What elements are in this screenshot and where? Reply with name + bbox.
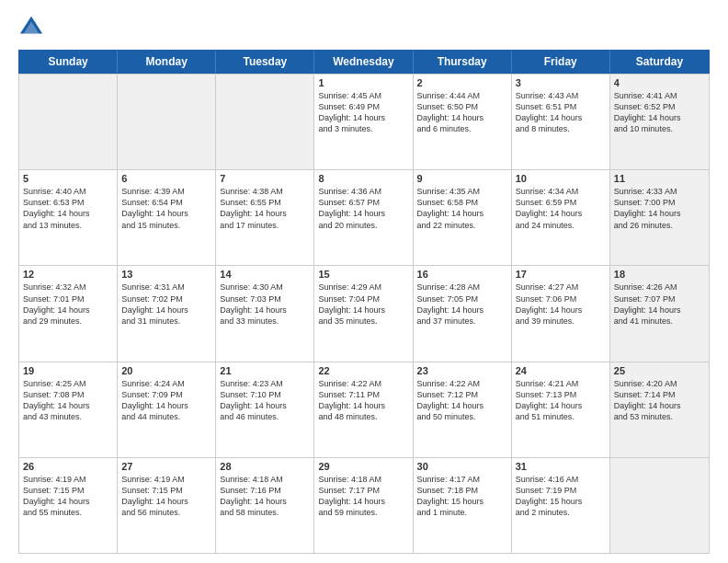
calendar-cell: 25Sunrise: 4:20 AM Sunset: 7:14 PM Dayli… bbox=[610, 362, 709, 457]
day-number: 3 bbox=[516, 77, 606, 88]
day-number: 16 bbox=[417, 269, 507, 280]
cell-info: Sunrise: 4:36 AM Sunset: 6:57 PM Dayligh… bbox=[318, 186, 408, 231]
calendar-header-row: SundayMondayTuesdayWednesdayThursdayFrid… bbox=[18, 50, 710, 74]
cell-info: Sunrise: 4:39 AM Sunset: 6:54 PM Dayligh… bbox=[121, 186, 211, 231]
calendar-cell: 6Sunrise: 4:39 AM Sunset: 6:54 PM Daylig… bbox=[118, 170, 216, 265]
cell-info: Sunrise: 4:18 AM Sunset: 7:17 PM Dayligh… bbox=[318, 474, 408, 519]
calendar: SundayMondayTuesdayWednesdayThursdayFrid… bbox=[18, 50, 710, 554]
cell-info: Sunrise: 4:17 AM Sunset: 7:18 PM Dayligh… bbox=[417, 474, 507, 519]
day-number: 7 bbox=[220, 173, 310, 184]
cell-info: Sunrise: 4:25 AM Sunset: 7:08 PM Dayligh… bbox=[23, 378, 113, 423]
cell-info: Sunrise: 4:34 AM Sunset: 6:59 PM Dayligh… bbox=[516, 186, 606, 231]
calendar-week-row: 19Sunrise: 4:25 AM Sunset: 7:08 PM Dayli… bbox=[19, 362, 709, 457]
calendar-week-row: 12Sunrise: 4:32 AM Sunset: 7:01 PM Dayli… bbox=[19, 265, 709, 361]
day-number: 23 bbox=[417, 365, 507, 376]
day-number: 20 bbox=[121, 365, 211, 376]
day-number: 29 bbox=[318, 461, 408, 472]
calendar-header-day: Sunday bbox=[19, 51, 118, 73]
day-number: 28 bbox=[220, 461, 310, 472]
cell-info: Sunrise: 4:40 AM Sunset: 6:53 PM Dayligh… bbox=[23, 186, 113, 231]
calendar-week-row: 1Sunrise: 4:45 AM Sunset: 6:49 PM Daylig… bbox=[19, 74, 709, 169]
calendar-week-row: 5Sunrise: 4:40 AM Sunset: 6:53 PM Daylig… bbox=[19, 169, 709, 265]
day-number: 5 bbox=[23, 173, 113, 184]
calendar-header-day: Friday bbox=[512, 51, 610, 73]
day-number: 13 bbox=[121, 269, 211, 280]
calendar-cell: 14Sunrise: 4:30 AM Sunset: 7:03 PM Dayli… bbox=[216, 266, 314, 361]
calendar-cell: 5Sunrise: 4:40 AM Sunset: 6:53 PM Daylig… bbox=[19, 170, 118, 265]
page: SundayMondayTuesdayWednesdayThursdayFrid… bbox=[0, 0, 728, 563]
calendar-cell: 15Sunrise: 4:29 AM Sunset: 7:04 PM Dayli… bbox=[314, 266, 413, 361]
day-number: 14 bbox=[220, 269, 310, 280]
calendar-cell: 29Sunrise: 4:18 AM Sunset: 7:17 PM Dayli… bbox=[314, 458, 413, 553]
calendar-cell bbox=[610, 458, 709, 553]
calendar-cell: 4Sunrise: 4:41 AM Sunset: 6:52 PM Daylig… bbox=[610, 75, 709, 169]
day-number: 30 bbox=[417, 461, 507, 472]
cell-info: Sunrise: 4:43 AM Sunset: 6:51 PM Dayligh… bbox=[516, 90, 606, 135]
day-number: 4 bbox=[614, 77, 705, 88]
day-number: 18 bbox=[614, 269, 705, 280]
calendar-cell bbox=[118, 75, 216, 169]
cell-info: Sunrise: 4:30 AM Sunset: 7:03 PM Dayligh… bbox=[220, 282, 310, 327]
calendar-cell: 22Sunrise: 4:22 AM Sunset: 7:11 PM Dayli… bbox=[314, 362, 413, 457]
day-number: 25 bbox=[614, 365, 705, 376]
calendar-cell: 1Sunrise: 4:45 AM Sunset: 6:49 PM Daylig… bbox=[314, 75, 413, 169]
calendar-cell: 31Sunrise: 4:16 AM Sunset: 7:19 PM Dayli… bbox=[512, 458, 610, 553]
calendar-cell: 3Sunrise: 4:43 AM Sunset: 6:51 PM Daylig… bbox=[512, 75, 610, 169]
calendar-header-day: Monday bbox=[118, 51, 216, 73]
cell-info: Sunrise: 4:32 AM Sunset: 7:01 PM Dayligh… bbox=[23, 282, 113, 327]
day-number: 22 bbox=[318, 365, 408, 376]
day-number: 26 bbox=[23, 461, 113, 472]
cell-info: Sunrise: 4:44 AM Sunset: 6:50 PM Dayligh… bbox=[417, 90, 507, 135]
cell-info: Sunrise: 4:23 AM Sunset: 7:10 PM Dayligh… bbox=[220, 378, 310, 423]
calendar-cell: 7Sunrise: 4:38 AM Sunset: 6:55 PM Daylig… bbox=[216, 170, 314, 265]
day-number: 27 bbox=[121, 461, 211, 472]
cell-info: Sunrise: 4:19 AM Sunset: 7:15 PM Dayligh… bbox=[121, 474, 211, 519]
day-number: 10 bbox=[516, 173, 606, 184]
calendar-cell: 18Sunrise: 4:26 AM Sunset: 7:07 PM Dayli… bbox=[610, 266, 709, 361]
cell-info: Sunrise: 4:38 AM Sunset: 6:55 PM Dayligh… bbox=[220, 186, 310, 231]
calendar-cell: 26Sunrise: 4:19 AM Sunset: 7:15 PM Dayli… bbox=[19, 458, 118, 553]
cell-info: Sunrise: 4:22 AM Sunset: 7:12 PM Dayligh… bbox=[417, 378, 507, 423]
day-number: 31 bbox=[516, 461, 606, 472]
calendar-body: 1Sunrise: 4:45 AM Sunset: 6:49 PM Daylig… bbox=[18, 74, 710, 554]
calendar-cell: 2Sunrise: 4:44 AM Sunset: 6:50 PM Daylig… bbox=[414, 75, 512, 169]
cell-info: Sunrise: 4:33 AM Sunset: 7:00 PM Dayligh… bbox=[614, 186, 705, 231]
calendar-cell: 23Sunrise: 4:22 AM Sunset: 7:12 PM Dayli… bbox=[414, 362, 512, 457]
day-number: 11 bbox=[614, 173, 705, 184]
cell-info: Sunrise: 4:31 AM Sunset: 7:02 PM Dayligh… bbox=[121, 282, 211, 327]
cell-info: Sunrise: 4:21 AM Sunset: 7:13 PM Dayligh… bbox=[516, 378, 606, 423]
cell-info: Sunrise: 4:27 AM Sunset: 7:06 PM Dayligh… bbox=[516, 282, 606, 327]
calendar-cell: 10Sunrise: 4:34 AM Sunset: 6:59 PM Dayli… bbox=[512, 170, 610, 265]
calendar-header-day: Tuesday bbox=[216, 51, 314, 73]
cell-info: Sunrise: 4:20 AM Sunset: 7:14 PM Dayligh… bbox=[614, 378, 705, 423]
day-number: 2 bbox=[417, 77, 507, 88]
day-number: 19 bbox=[23, 365, 113, 376]
day-number: 17 bbox=[516, 269, 606, 280]
calendar-week-row: 26Sunrise: 4:19 AM Sunset: 7:15 PM Dayli… bbox=[19, 457, 709, 553]
calendar-header-day: Thursday bbox=[414, 51, 512, 73]
cell-info: Sunrise: 4:28 AM Sunset: 7:05 PM Dayligh… bbox=[417, 282, 507, 327]
calendar-header-day: Wednesday bbox=[314, 51, 413, 73]
header bbox=[18, 15, 710, 40]
day-number: 21 bbox=[220, 365, 310, 376]
cell-info: Sunrise: 4:19 AM Sunset: 7:15 PM Dayligh… bbox=[23, 474, 113, 519]
calendar-cell bbox=[19, 75, 118, 169]
calendar-cell: 8Sunrise: 4:36 AM Sunset: 6:57 PM Daylig… bbox=[314, 170, 413, 265]
calendar-cell: 27Sunrise: 4:19 AM Sunset: 7:15 PM Dayli… bbox=[118, 458, 216, 553]
day-number: 15 bbox=[318, 269, 408, 280]
calendar-cell: 17Sunrise: 4:27 AM Sunset: 7:06 PM Dayli… bbox=[512, 266, 610, 361]
calendar-cell: 9Sunrise: 4:35 AM Sunset: 6:58 PM Daylig… bbox=[414, 170, 512, 265]
calendar-cell: 21Sunrise: 4:23 AM Sunset: 7:10 PM Dayli… bbox=[216, 362, 314, 457]
logo bbox=[18, 15, 48, 40]
calendar-cell bbox=[216, 75, 314, 169]
day-number: 6 bbox=[121, 173, 211, 184]
cell-info: Sunrise: 4:29 AM Sunset: 7:04 PM Dayligh… bbox=[318, 282, 408, 327]
day-number: 8 bbox=[318, 173, 408, 184]
cell-info: Sunrise: 4:22 AM Sunset: 7:11 PM Dayligh… bbox=[318, 378, 408, 423]
cell-info: Sunrise: 4:16 AM Sunset: 7:19 PM Dayligh… bbox=[516, 474, 606, 519]
calendar-cell: 24Sunrise: 4:21 AM Sunset: 7:13 PM Dayli… bbox=[512, 362, 610, 457]
day-number: 24 bbox=[516, 365, 606, 376]
calendar-cell: 13Sunrise: 4:31 AM Sunset: 7:02 PM Dayli… bbox=[118, 266, 216, 361]
day-number: 12 bbox=[23, 269, 113, 280]
calendar-cell: 30Sunrise: 4:17 AM Sunset: 7:18 PM Dayli… bbox=[414, 458, 512, 553]
